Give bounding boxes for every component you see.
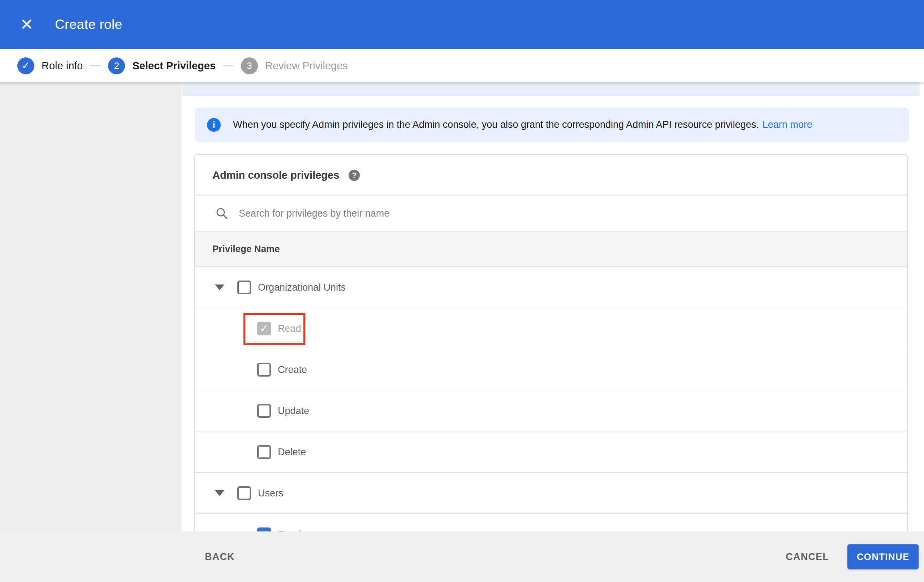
main-content: i When you specify Admin privileges in t… xyxy=(182,82,924,531)
create-role-dialog: { "window": { "title": "Create role" }, … xyxy=(0,0,924,582)
table-row: Update xyxy=(195,390,908,432)
step-2-indicator: 2 xyxy=(108,58,125,74)
step-1-indicator: ✓ xyxy=(17,58,34,74)
chevron-down-icon[interactable] xyxy=(215,490,224,496)
footer-action-bar: BACK CANCEL CONTINUE xyxy=(0,531,924,582)
row-label: Organizational Units xyxy=(258,282,346,293)
card-title-row: Admin console privileges ? xyxy=(195,155,908,196)
step-connector xyxy=(223,65,234,66)
users-checkbox[interactable] xyxy=(237,486,251,500)
search-row xyxy=(195,196,908,231)
help-icon[interactable]: ? xyxy=(348,170,360,181)
learn-more-link[interactable]: Learn more xyxy=(762,119,812,130)
admin-privileges-card: Admin console privileges ? Privilege Nam… xyxy=(194,154,908,531)
users-read-checkbox[interactable]: ✓ xyxy=(257,528,271,532)
table-row: ✓ Read xyxy=(195,308,908,349)
cancel-button[interactable]: CANCEL xyxy=(785,551,829,562)
table-row: ✓ Read xyxy=(195,514,908,531)
step-select-privileges[interactable]: 2 Select Privileges xyxy=(108,58,216,74)
read-checkbox[interactable]: ✓ xyxy=(257,322,271,335)
table-column-header: Privilege Name xyxy=(195,231,908,267)
info-icon: i xyxy=(207,118,221,132)
step-role-info[interactable]: ✓ Role info xyxy=(17,58,83,74)
step-3-label: Review Privileges xyxy=(265,60,348,72)
card-title: Admin console privileges xyxy=(213,169,339,181)
table-row: Users xyxy=(195,473,908,514)
search-icon xyxy=(215,207,228,220)
table-row: Organizational Units xyxy=(195,267,908,308)
delete-checkbox[interactable] xyxy=(257,445,271,459)
chevron-down-icon[interactable] xyxy=(215,285,224,290)
create-checkbox[interactable] xyxy=(257,363,271,377)
close-icon[interactable]: ✕ xyxy=(16,15,37,35)
organizational-units-checkbox[interactable] xyxy=(237,280,251,294)
row-label: Read xyxy=(278,529,301,531)
search-input[interactable] xyxy=(238,208,853,219)
check-icon: ✓ xyxy=(259,529,268,532)
banner-text: When you specify Admin privileges in the… xyxy=(233,119,759,130)
continue-button[interactable]: CONTINUE xyxy=(847,544,919,569)
row-label: Users xyxy=(258,487,284,499)
stepper: ✓ Role info 2 Select Privileges 3 Review… xyxy=(0,49,924,82)
row-label: Delete xyxy=(278,446,306,457)
step-connector xyxy=(90,65,101,66)
row-label: Read xyxy=(278,323,301,334)
back-button[interactable]: BACK xyxy=(205,551,235,562)
update-checkbox[interactable] xyxy=(257,404,271,418)
step-2-label: Select Privileges xyxy=(132,60,216,72)
app-header: ✕ Create role xyxy=(0,0,924,49)
table-row: Delete xyxy=(195,432,908,473)
row-label: Create xyxy=(278,364,307,375)
scrolled-content-strip xyxy=(182,82,920,96)
table-row: Create xyxy=(195,349,908,390)
step-3-indicator: 3 xyxy=(241,58,258,74)
check-icon: ✓ xyxy=(259,323,268,334)
info-banner: i When you specify Admin privileges in t… xyxy=(195,107,909,142)
check-icon: ✓ xyxy=(21,59,30,71)
step-1-label: Role info xyxy=(41,60,83,72)
page-title: Create role xyxy=(55,17,122,32)
step-review-privileges[interactable]: 3 Review Privileges xyxy=(241,58,348,74)
row-label: Update xyxy=(278,405,309,416)
